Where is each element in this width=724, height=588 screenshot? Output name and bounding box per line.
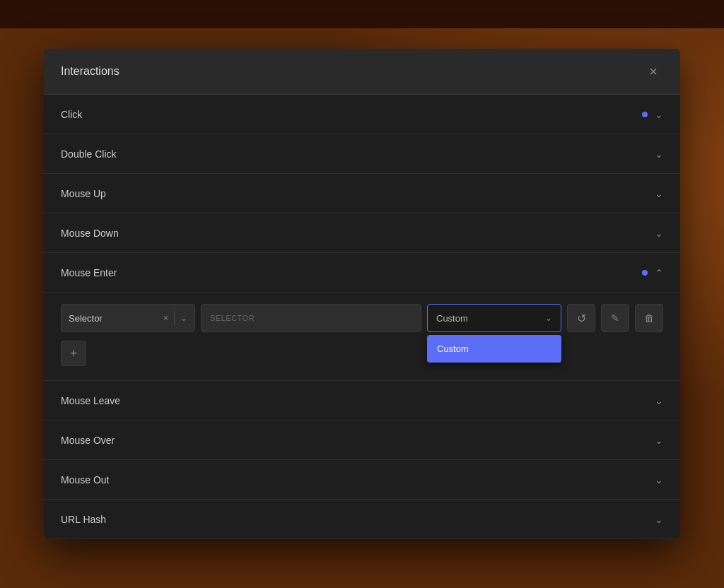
section-mouse-enter-icons: ⌄	[642, 267, 663, 278]
section-mouse-out[interactable]: Mouse Out ⌄	[44, 460, 680, 500]
selector-dropdown[interactable]: Selector × ⌄	[61, 304, 195, 332]
section-mouse-over[interactable]: Mouse Over ⌄	[44, 421, 680, 460]
custom-chevron-icon: ⌄	[545, 313, 552, 323]
section-mouse-enter: Mouse Enter ⌄ Selector × ⌄	[44, 253, 680, 381]
section-mouse-leave-icons: ⌄	[655, 395, 663, 406]
section-mouse-up-icons: ⌄	[655, 188, 663, 199]
section-mouse-out-label: Mouse Out	[61, 474, 655, 486]
history-button[interactable]: ↺	[567, 304, 595, 332]
selector-chevron-icon[interactable]: ⌄	[180, 313, 187, 323]
custom-dropdown[interactable]: Custom ⌄	[427, 304, 561, 332]
modal-close-button[interactable]: ×	[643, 61, 663, 81]
section-mouse-over-label: Mouse Over	[61, 435, 655, 446]
modal-overlay: Interactions × Click ⌄ Double Click ⌄	[0, 0, 724, 588]
section-mouse-down-label: Mouse Down	[61, 228, 655, 239]
section-mouse-enter-header[interactable]: Mouse Enter ⌄	[44, 253, 680, 293]
selector-dropdown-label: Selector	[69, 313, 158, 324]
modal-title: Interactions	[61, 65, 119, 78]
section-mouse-up[interactable]: Mouse Up ⌄	[44, 174, 680, 213]
mouse-enter-body: Selector × ⌄ SELECTOR Custom	[44, 293, 680, 380]
section-url-hash-icons: ⌄	[655, 514, 663, 525]
custom-dropdown-menu: Custom	[427, 335, 561, 363]
section-double-click[interactable]: Double Click ⌄	[44, 134, 680, 174]
selector-field-label: SELECTOR	[210, 314, 255, 322]
url-hash-chevron-icon: ⌄	[655, 514, 663, 525]
modal-body: Click ⌄ Double Click ⌄ Mouse Up ⌄	[44, 95, 680, 539]
mouse-enter-chevron-icon: ⌄	[655, 267, 663, 278]
mouse-up-chevron-icon: ⌄	[655, 188, 663, 199]
interactions-modal: Interactions × Click ⌄ Double Click ⌄	[44, 49, 680, 539]
section-url-hash[interactable]: URL Hash ⌄	[44, 500, 680, 539]
section-mouse-out-icons: ⌄	[655, 474, 663, 486]
mouse-over-chevron-icon: ⌄	[655, 435, 663, 446]
mouse-enter-active-dot	[642, 270, 648, 276]
mouse-out-chevron-icon: ⌄	[655, 474, 663, 486]
mouse-down-chevron-icon: ⌄	[655, 228, 663, 239]
custom-input-text: Custom	[436, 313, 539, 324]
section-mouse-enter-label: Mouse Enter	[61, 267, 642, 278]
section-double-click-label: Double Click	[61, 148, 655, 160]
history-icon: ↺	[577, 312, 586, 325]
section-click-label: Click	[61, 109, 642, 120]
section-mouse-up-label: Mouse Up	[61, 188, 655, 199]
add-interaction-button[interactable]: +	[61, 341, 86, 366]
section-mouse-down-icons: ⌄	[655, 228, 663, 239]
plus-icon: +	[70, 346, 78, 361]
mouse-leave-chevron-icon: ⌄	[655, 395, 663, 406]
selector-divider	[174, 311, 175, 325]
modal-header: Interactions ×	[44, 49, 680, 95]
delete-button[interactable]: 🗑	[635, 304, 663, 332]
section-click-icons: ⌄	[642, 109, 663, 120]
section-mouse-leave-label: Mouse Leave	[61, 395, 655, 406]
section-url-hash-label: URL Hash	[61, 514, 655, 525]
double-click-chevron-icon: ⌄	[655, 148, 663, 160]
section-click[interactable]: Click ⌄	[44, 95, 680, 134]
click-active-dot	[642, 112, 648, 117]
section-mouse-over-icons: ⌄	[655, 435, 663, 446]
delete-icon: 🗑	[644, 312, 654, 324]
edit-button[interactable]: ✎	[601, 304, 629, 332]
interaction-row: Selector × ⌄ SELECTOR Custom	[61, 304, 663, 332]
section-double-click-icons: ⌄	[655, 148, 663, 160]
click-chevron-icon: ⌄	[655, 109, 663, 120]
section-mouse-leave[interactable]: Mouse Leave ⌄	[44, 381, 680, 421]
section-mouse-down[interactable]: Mouse Down ⌄	[44, 213, 680, 253]
dropdown-item-custom[interactable]: Custom	[427, 335, 561, 363]
selector-field[interactable]: SELECTOR	[201, 304, 421, 332]
custom-dropdown-wrapper: Custom ⌄ Custom	[427, 304, 561, 332]
selector-clear-button[interactable]: ×	[163, 313, 168, 323]
edit-icon: ✎	[611, 312, 619, 324]
